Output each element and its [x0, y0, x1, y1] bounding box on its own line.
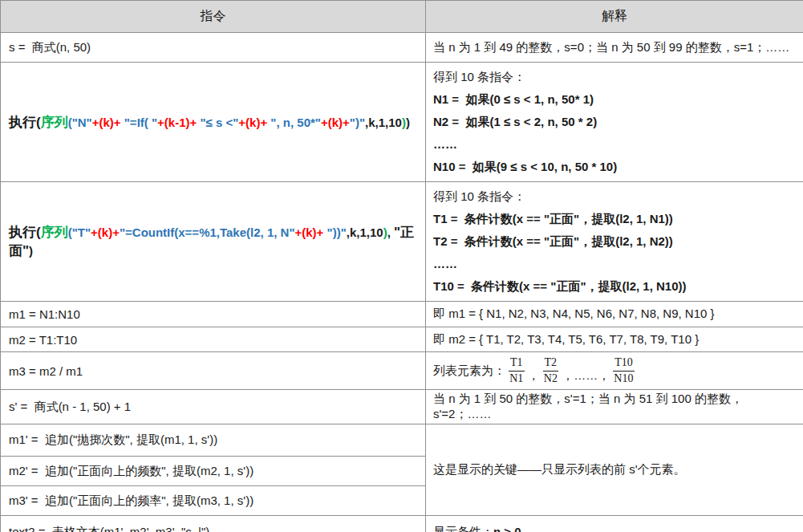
merged-explanation-text: 这是显示的关键——只显示列表的前 s'个元素。	[433, 462, 686, 476]
cmd-sp-text: s' = 商式(n - 1, 50) + 1	[9, 400, 131, 413]
exp-text2-cell: 显示条件：n > 0	[426, 516, 803, 532]
formula-segment: ,	[387, 225, 394, 239]
formula-segment: ")"	[350, 116, 365, 129]
cmd-m1p-cell: m1' = 追加("抛掷次数", 提取(m1, 1, s'))	[1, 424, 426, 457]
formula-segment: +(k)+	[295, 225, 324, 239]
formula-segment: ,k,1,10	[365, 116, 402, 129]
cmd-t-formula: 执行(序列("T"+(k)+"=CountIf(x==%1,Take(l2, 1…	[9, 223, 419, 260]
row-m2: m2 = T1:T10 即 m2 = { T1, T2, T3, T4, T5,…	[1, 327, 803, 352]
row-t: 执行(序列("T"+(k)+"=CountIf(x==%1,Take(l2, 1…	[1, 182, 803, 302]
row-n: 执行(序列("N"+(k)+ "=If( "+(k-1)+ "≤ s <"+(k…	[1, 63, 803, 182]
fraction-label: 列表元素为：	[433, 363, 505, 379]
exp-m1-text: 即 m1 = { N1, N2, N3, N4, N5, N6, N7, N8,…	[433, 307, 715, 320]
cmd-n-cell: 执行(序列("N"+(k)+ "=If( "+(k-1)+ "≤ s <"+(k…	[1, 63, 426, 182]
exp-sp-text: 当 n 为 1 到 50 的整数，s'=1；当 n 为 51 到 100 的整数…	[433, 392, 743, 420]
fraction-1: T1 N1	[509, 356, 525, 384]
column-header-instruction: 指令	[1, 1, 426, 33]
fraction-1-numerator: T1	[509, 356, 525, 371]
exp-m2-cell: 即 m2 = { T1, T2, T3, T4, T5, T6, T7, T8,…	[426, 327, 803, 352]
fraction-2-denominator: N2	[544, 372, 558, 385]
exp-n-lines: 得到 10 条指令：N1 = 如果(0 ≤ s < 1, n, 50* 1)N2…	[433, 64, 797, 180]
cmd-sp-cell: s' = 商式(n - 1, 50) + 1	[1, 390, 426, 424]
header-row: 指令 解释	[1, 1, 803, 33]
cmd-m2p-text: m2' = 追加("正面向上的频数", 提取(m2, 1, s'))	[9, 464, 253, 477]
cmd-m3p-text: m3' = 追加("正面向上的频率", 提取(m3, 1, s'))	[9, 493, 253, 507]
formula-segment: "))"	[323, 225, 346, 239]
cmd-m2-text: m2 = T1:T10	[9, 333, 77, 347]
formula-segment: "≤ s <"	[197, 116, 238, 129]
exp-m1-cell: 即 m1 = { N1, N2, N3, N4, N5, N6, N7, N8,…	[426, 302, 803, 327]
exp-m2-text: 即 m2 = { T1, T2, T3, T4, T5, T6, T7, T8,…	[433, 332, 699, 346]
row-text2: text2 = 表格文本(m1', m2', m3', "c_|") 显示条件：…	[1, 516, 803, 532]
explanation-line: N1 = 如果(0 ≤ s < 1, n, 50* 1)	[433, 88, 797, 111]
column-header-explanation: 解释	[426, 1, 803, 33]
cmd-text2-cell: text2 = 表格文本(m1', m2', m3', "c_|")	[1, 516, 426, 532]
fraction-separator-1: ，	[528, 368, 540, 385]
display-condition-label: 显示条件：	[433, 525, 493, 532]
display-condition-value: n > 0	[493, 525, 521, 532]
formula-segment: +(k)+	[91, 225, 120, 239]
cmd-m1-text: m1 = N1:N10	[9, 307, 80, 321]
formula-segment: ", n, 50*"	[267, 116, 321, 129]
fraction-3-denominator: N10	[614, 372, 633, 385]
fraction-3-numerator: T10	[613, 356, 635, 371]
formula-segment: ("N"	[68, 116, 92, 129]
explanation-line: ……	[433, 133, 797, 156]
row-m3: m3 = m2 / m1 列表元素为： T1 N1 ， T2 N2 ，……， T…	[1, 352, 803, 390]
formula-segment: ("T"	[68, 225, 91, 239]
exp-t-cell: 得到 10 条指令：T1 = 条件计数(x == "正面"，提取(l2, 1, …	[426, 182, 803, 302]
fraction-2: T2 N2	[543, 356, 559, 384]
explanation-line: N2 = 如果(1 ≤ s < 2, n, 50 * 2)	[433, 111, 797, 133]
cmd-m1p-text: m1' = 追加("抛掷次数", 提取(m1, 1, s'))	[9, 433, 217, 446]
explanation-line: T10 = 条件计数(x == "正面"，提取(l2, 1, N10))	[433, 275, 797, 298]
explanation-line: T1 = 条件计数(x == "正面"，提取(l2, 1, N1))	[433, 208, 797, 230]
explanation-line: T2 = 条件计数(x == "正面"，提取(l2, 1, N2))	[433, 230, 797, 253]
formula-segment: 序列	[41, 225, 68, 240]
formula-segment: +(k)+	[238, 116, 267, 129]
explanation-line: 得到 10 条指令：	[433, 66, 797, 88]
formula-segment: +(k)+	[321, 116, 350, 129]
formula-segment: 执行(	[9, 115, 41, 130]
instruction-table: 指令 解释 s = 商式(n, 50) 当 n 为 1 到 49 的整数，s=0…	[0, 0, 803, 532]
cmd-m3-cell: m3 = m2 / m1	[1, 352, 426, 390]
exp-s-cell: 当 n 为 1 到 49 的整数，s=0；当 n 为 50 到 99 的整数，s…	[426, 33, 803, 63]
cmd-t-cell: 执行(序列("T"+(k)+"=CountIf(x==%1,Take(l2, 1…	[1, 182, 426, 302]
formula-segment: +(k-1)+	[157, 116, 197, 129]
exp-s-text: 当 n 为 1 到 49 的整数，s=0；当 n 为 50 到 99 的整数，s…	[433, 40, 789, 54]
fraction-1-denominator: N1	[509, 372, 523, 385]
exp-n-cell: 得到 10 条指令：N1 = 如果(0 ≤ s < 1, n, 50* 1)N2…	[426, 63, 803, 182]
formula-segment: "=If( "	[121, 116, 157, 129]
cmd-m2p-cell: m2' = 追加("正面向上的频数", 提取(m2, 1, s'))	[1, 457, 426, 486]
fraction-separator-2: ，……，	[562, 368, 610, 385]
row-s: s = 商式(n, 50) 当 n 为 1 到 49 的整数，s=0；当 n 为…	[1, 33, 803, 63]
formula-segment: 执行(	[9, 225, 41, 240]
formula-segment: 序列	[41, 115, 68, 130]
row-m1p: m1' = 追加("抛掷次数", 提取(m1, 1, s')) 这是显示的关键—…	[1, 424, 803, 457]
row-sp: s' = 商式(n - 1, 50) + 1 当 n 为 1 到 50 的整数，…	[1, 390, 803, 424]
fraction-expression: 列表元素为： T1 N1 ， T2 N2 ，……， T10 N10	[433, 356, 797, 384]
formula-segment: +(k)+	[92, 116, 121, 129]
cmd-s-text: s = 商式(n, 50)	[9, 40, 91, 54]
merged-explanation-cell: 这是显示的关键——只显示列表的前 s'个元素。	[426, 424, 803, 516]
formula-segment: )	[406, 116, 410, 129]
fraction-3: T10 N10	[613, 356, 635, 384]
fraction-2-numerator: T2	[543, 356, 559, 371]
explanation-line: ……	[433, 253, 797, 275]
formula-segment: "=CountIf(x==%1,Take(l2, 1, N"	[120, 225, 295, 239]
row-m1: m1 = N1:N10 即 m1 = { N1, N2, N3, N4, N5,…	[1, 302, 803, 327]
formula-segment: ,k,1,10	[347, 225, 383, 239]
cmd-text2-text: text2 = 表格文本(m1', m2', m3', "c_|")	[9, 525, 209, 532]
exp-sp-cell: 当 n 为 1 到 50 的整数，s'=1；当 n 为 51 到 100 的整数…	[426, 390, 803, 424]
cmd-m2-cell: m2 = T1:T10	[1, 327, 426, 352]
explanation-line: 得到 10 条指令：	[433, 185, 797, 208]
exp-t-lines: 得到 10 条指令：T1 = 条件计数(x == "正面"，提取(l2, 1, …	[433, 184, 797, 299]
exp-m3-cell: 列表元素为： T1 N1 ， T2 N2 ，……， T10 N10	[426, 352, 803, 390]
cmd-n-formula: 执行(序列("N"+(k)+ "=If( "+(k-1)+ "≤ s <"+(k…	[9, 113, 419, 132]
cmd-m3p-cell: m3' = 追加("正面向上的频率", 提取(m3, 1, s'))	[1, 486, 426, 516]
explanation-line: N10 = 如果(9 ≤ s < 10, n, 50 * 10)	[433, 156, 797, 178]
cmd-s-cell: s = 商式(n, 50)	[1, 33, 426, 63]
cmd-m1-cell: m1 = N1:N10	[1, 302, 426, 327]
cmd-m3-text: m3 = m2 / m1	[9, 364, 83, 378]
formula-segment: )	[29, 244, 33, 258]
